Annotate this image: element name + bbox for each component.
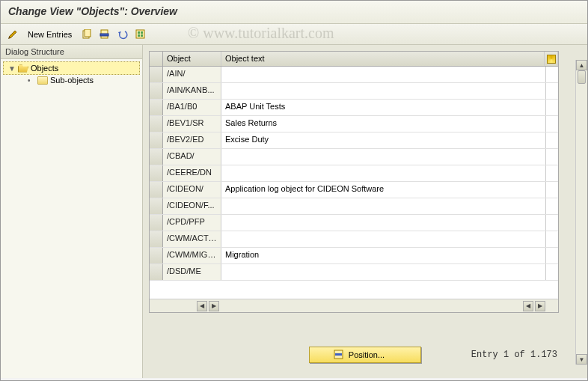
cell-object[interactable]: /DSD/ME [163, 264, 221, 280]
row-selector[interactable] [150, 215, 163, 231]
cell-object[interactable]: /BEV2/ED [163, 132, 221, 148]
cell-object[interactable]: /AIN/ [163, 67, 221, 82]
row-selector[interactable] [150, 132, 163, 148]
table-row: /CBAD/ [150, 149, 558, 165]
cell-pad [546, 67, 558, 82]
objects-table: Object Object text /AIN//AIN/KANB.../BA1… [149, 51, 559, 313]
position-icon [334, 350, 344, 360]
svg-rect-4 [136, 30, 144, 38]
cell-object[interactable]: /CWM/ACTI... [163, 231, 221, 247]
table-row: /CIDEON/F... [150, 198, 558, 215]
cell-object-text[interactable] [221, 231, 546, 247]
table-row: /DSD/ME [150, 264, 558, 281]
cell-object-text[interactable]: ABAP Unit Tests [221, 100, 546, 115]
svg-rect-6 [141, 31, 143, 34]
hscroll-right-icon[interactable]: ▶ [535, 301, 545, 311]
tree-body: ▼ Objects • Sub-objects [1, 59, 142, 378]
row-selector[interactable] [150, 67, 163, 82]
select-all-icon[interactable] [133, 27, 148, 42]
toggle-display-change-icon[interactable] [5, 27, 20, 42]
row-selector[interactable] [150, 231, 163, 247]
row-selector[interactable] [150, 116, 163, 132]
scroll-up-icon[interactable]: ▲ [576, 60, 587, 70]
row-selector[interactable] [150, 182, 163, 198]
column-header-object[interactable]: Object [163, 52, 221, 66]
cell-object[interactable]: /CIDEON/ [163, 182, 221, 198]
table-row: /CEERE/DN [150, 165, 558, 182]
toolbar: New Entries [1, 24, 587, 45]
delete-icon[interactable] [97, 27, 112, 42]
cell-object-text[interactable]: Application log object for CIDEON Softwa… [221, 182, 546, 198]
table-header-row: Object Object text [150, 52, 558, 67]
cell-object[interactable]: /AIN/KANB... [163, 83, 221, 99]
row-selector[interactable] [150, 83, 163, 99]
svg-rect-3 [100, 34, 108, 36]
table-body: /AIN//AIN/KANB.../BA1/B0ABAP Unit Tests/… [150, 67, 558, 299]
cell-object[interactable]: /CWM/MIGR... [163, 248, 221, 263]
content-area: Dialog Structure ▼ Objects • Sub-objects… [1, 45, 587, 378]
select-all-header[interactable] [150, 52, 163, 66]
cell-object-text[interactable]: Excise Duty [221, 132, 546, 148]
cell-pad [546, 198, 558, 214]
tree-item-sub-objects[interactable]: • Sub-objects [1, 74, 142, 86]
copy-as-icon[interactable] [79, 27, 94, 42]
row-selector[interactable] [150, 264, 163, 280]
cell-object-text[interactable] [221, 67, 546, 82]
position-button[interactable]: Position... [309, 347, 421, 363]
cell-pad [546, 116, 558, 132]
entry-counter: Entry 1 of 1.173 [471, 350, 557, 360]
cell-object-text[interactable] [221, 83, 546, 99]
hscroll-left-icon[interactable]: ◀ [197, 301, 207, 311]
cell-object[interactable]: /CBAD/ [163, 149, 221, 165]
cell-object[interactable]: /CPD/PFP [163, 215, 221, 231]
table-row: /BEV2/EDExcise Duty [150, 132, 558, 149]
cell-object[interactable]: /BEV1/SR [163, 116, 221, 132]
table-row: /AIN/KANB... [150, 83, 558, 100]
vertical-scrollbar[interactable]: ▲ ▼ [575, 60, 587, 365]
table-row: /BA1/B0ABAP Unit Tests [150, 100, 558, 116]
row-selector[interactable] [150, 248, 163, 263]
cell-pad [546, 248, 558, 263]
row-selector[interactable] [150, 100, 163, 115]
row-selector[interactable] [150, 165, 163, 181]
page-title: Change View "Objects": Overview [1, 1, 587, 24]
bullet-icon: • [28, 76, 35, 85]
svg-rect-1 [85, 29, 91, 37]
position-button-label: Position... [349, 350, 385, 359]
undo-change-icon[interactable] [115, 27, 130, 42]
tree-header: Dialog Structure [1, 45, 142, 59]
table-row: /CPD/PFP [150, 215, 558, 231]
cell-object[interactable]: /CEERE/DN [163, 165, 221, 181]
svg-rect-5 [138, 31, 140, 34]
svg-rect-10 [335, 353, 342, 356]
dialog-structure-panel: Dialog Structure ▼ Objects • Sub-objects [1, 45, 143, 378]
table-row: /CWM/MIGR...Migration [150, 248, 558, 264]
cell-object-text[interactable] [221, 264, 546, 280]
table-settings-button[interactable] [545, 52, 558, 66]
hscroll-left-icon[interactable]: ◀ [523, 301, 533, 311]
column-header-object-text[interactable]: Object text [221, 52, 545, 66]
table-row: /AIN/ [150, 67, 558, 83]
cell-pad [546, 149, 558, 165]
cell-object[interactable]: /CIDEON/F... [163, 198, 221, 214]
cell-pad [546, 264, 558, 280]
cell-object-text[interactable] [221, 198, 546, 214]
cell-object[interactable]: /BA1/B0 [163, 100, 221, 115]
tree-item-objects[interactable]: ▼ Objects [3, 61, 140, 75]
cell-object-text[interactable] [221, 215, 546, 231]
cell-object-text[interactable] [221, 149, 546, 165]
tree-item-label: Sub-objects [50, 76, 94, 85]
row-selector[interactable] [150, 198, 163, 214]
new-entries-button[interactable]: New Entries [23, 30, 76, 39]
row-selector[interactable] [150, 149, 163, 165]
cell-pad [546, 165, 558, 181]
cell-object-text[interactable] [221, 165, 546, 181]
cell-object-text[interactable]: Migration [221, 248, 546, 263]
cell-pad [546, 215, 558, 231]
folder-open-icon [18, 64, 28, 73]
hscroll-right-icon[interactable]: ▶ [209, 301, 219, 311]
cell-object-text[interactable]: Sales Returns [221, 116, 546, 132]
scroll-thumb[interactable] [578, 70, 586, 84]
collapse-icon[interactable]: ▼ [8, 64, 16, 73]
table-config-icon [547, 55, 556, 64]
